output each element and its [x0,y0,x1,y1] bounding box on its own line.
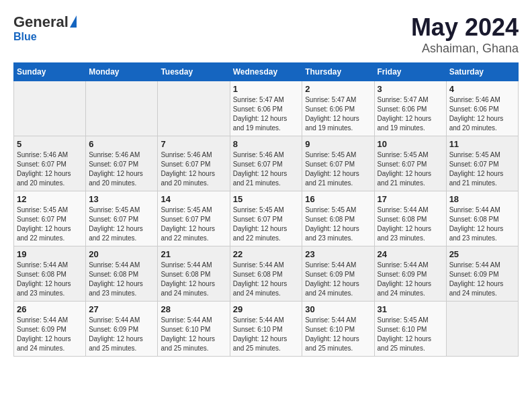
calendar-cell: 30Sunrise: 5:44 AM Sunset: 6:10 PM Dayli… [302,302,374,357]
day-info: Sunrise: 5:44 AM Sunset: 6:08 PM Dayligh… [161,261,226,298]
day-info: Sunrise: 5:46 AM Sunset: 6:07 PM Dayligh… [17,150,83,188]
day-info: Sunrise: 5:45 AM Sunset: 6:07 PM Dayligh… [161,205,226,243]
day-number: 16 [305,194,371,204]
day-info: Sunrise: 5:45 AM Sunset: 6:07 PM Dayligh… [305,150,371,188]
calendar-cell: 15Sunrise: 5:45 AM Sunset: 6:07 PM Dayli… [230,191,302,246]
calendar-week-row: 1Sunrise: 5:47 AM Sunset: 6:06 PM Daylig… [14,81,519,136]
logo-blue: Blue [13,31,37,43]
calendar-cell: 12Sunrise: 5:45 AM Sunset: 6:07 PM Dayli… [14,191,86,246]
calendar-cell: 8Sunrise: 5:46 AM Sunset: 6:07 PM Daylig… [230,136,302,191]
day-number: 2 [305,84,371,94]
calendar-cell [446,302,518,357]
calendar-table: SundayMondayTuesdayWednesdayThursdayFrid… [13,62,519,357]
calendar-cell: 10Sunrise: 5:45 AM Sunset: 6:07 PM Dayli… [374,136,446,191]
day-info: Sunrise: 5:45 AM Sunset: 6:07 PM Dayligh… [449,150,515,188]
calendar-cell: 13Sunrise: 5:45 AM Sunset: 6:07 PM Dayli… [86,191,158,246]
day-number: 14 [161,194,226,204]
day-info: Sunrise: 5:44 AM Sunset: 6:09 PM Dayligh… [449,261,515,298]
day-number: 23 [305,249,371,259]
day-info: Sunrise: 5:44 AM Sunset: 6:09 PM Dayligh… [378,261,443,298]
day-info: Sunrise: 5:47 AM Sunset: 6:06 PM Dayligh… [233,95,300,133]
day-info: Sunrise: 5:44 AM Sunset: 6:08 PM Dayligh… [233,261,300,298]
weekday-header-wednesday: Wednesday [230,63,302,81]
calendar-cell [158,81,230,136]
day-number: 10 [378,139,443,149]
title-area: May 2024 Ashaiman, Ghana [411,13,519,56]
day-info: Sunrise: 5:44 AM Sunset: 6:08 PM Dayligh… [378,205,443,243]
calendar-cell: 17Sunrise: 5:44 AM Sunset: 6:08 PM Dayli… [374,191,446,246]
calendar-body: 1Sunrise: 5:47 AM Sunset: 6:06 PM Daylig… [14,81,519,357]
weekday-header-saturday: Saturday [446,63,518,81]
calendar-header: SundayMondayTuesdayWednesdayThursdayFrid… [14,63,519,81]
page-title: May 2024 [411,13,519,42]
calendar-cell: 5Sunrise: 5:46 AM Sunset: 6:07 PM Daylig… [14,136,86,191]
page-header: General Blue May 2024 Ashaiman, Ghana [13,13,519,56]
calendar-cell: 18Sunrise: 5:44 AM Sunset: 6:08 PM Dayli… [446,191,518,246]
calendar-cell [86,81,158,136]
day-info: Sunrise: 5:47 AM Sunset: 6:06 PM Dayligh… [305,95,371,133]
calendar-cell: 2Sunrise: 5:47 AM Sunset: 6:06 PM Daylig… [302,81,374,136]
day-info: Sunrise: 5:47 AM Sunset: 6:06 PM Dayligh… [378,95,443,133]
day-info: Sunrise: 5:44 AM Sunset: 6:08 PM Dayligh… [17,261,83,298]
calendar-cell: 14Sunrise: 5:45 AM Sunset: 6:07 PM Dayli… [158,191,230,246]
calendar-cell: 23Sunrise: 5:44 AM Sunset: 6:09 PM Dayli… [302,246,374,302]
calendar-cell: 4Sunrise: 5:46 AM Sunset: 6:06 PM Daylig… [446,81,518,136]
day-number: 21 [161,249,226,259]
day-info: Sunrise: 5:46 AM Sunset: 6:06 PM Dayligh… [449,95,515,133]
calendar-week-row: 12Sunrise: 5:45 AM Sunset: 6:07 PM Dayli… [14,191,519,246]
day-number: 28 [161,304,226,314]
day-info: Sunrise: 5:46 AM Sunset: 6:07 PM Dayligh… [233,150,300,188]
calendar-cell: 7Sunrise: 5:46 AM Sunset: 6:07 PM Daylig… [158,136,230,191]
day-number: 25 [449,249,515,259]
calendar-cell: 25Sunrise: 5:44 AM Sunset: 6:09 PM Dayli… [446,246,518,302]
calendar-week-row: 26Sunrise: 5:44 AM Sunset: 6:09 PM Dayli… [14,302,519,357]
day-number: 17 [378,194,443,204]
day-info: Sunrise: 5:45 AM Sunset: 6:10 PM Dayligh… [378,316,443,353]
calendar-cell: 28Sunrise: 5:44 AM Sunset: 6:10 PM Dayli… [158,302,230,357]
day-number: 13 [89,194,154,204]
calendar-cell: 26Sunrise: 5:44 AM Sunset: 6:09 PM Dayli… [14,302,86,357]
weekday-header-row: SundayMondayTuesdayWednesdayThursdayFrid… [14,63,519,81]
weekday-header-tuesday: Tuesday [158,63,230,81]
logo-triangle-icon [70,15,77,28]
calendar-cell: 1Sunrise: 5:47 AM Sunset: 6:06 PM Daylig… [230,81,302,136]
calendar-week-row: 5Sunrise: 5:46 AM Sunset: 6:07 PM Daylig… [14,136,519,191]
day-info: Sunrise: 5:46 AM Sunset: 6:07 PM Dayligh… [161,150,226,188]
day-number: 26 [17,304,83,314]
day-info: Sunrise: 5:44 AM Sunset: 6:09 PM Dayligh… [305,261,371,298]
day-number: 6 [89,139,154,149]
day-info: Sunrise: 5:45 AM Sunset: 6:07 PM Dayligh… [89,205,154,243]
day-number: 22 [233,249,300,259]
day-number: 18 [449,194,515,204]
day-number: 31 [378,304,443,314]
day-number: 29 [233,304,300,314]
day-number: 3 [378,84,443,94]
day-number: 4 [449,84,515,94]
logo: General Blue [13,13,77,43]
day-number: 7 [161,139,226,149]
calendar-cell: 19Sunrise: 5:44 AM Sunset: 6:08 PM Dayli… [14,246,86,302]
calendar-week-row: 19Sunrise: 5:44 AM Sunset: 6:08 PM Dayli… [14,246,519,302]
day-info: Sunrise: 5:45 AM Sunset: 6:07 PM Dayligh… [17,205,83,243]
day-number: 5 [17,139,83,149]
day-number: 1 [233,84,300,94]
day-number: 30 [305,304,371,314]
day-info: Sunrise: 5:45 AM Sunset: 6:07 PM Dayligh… [378,150,443,188]
day-info: Sunrise: 5:44 AM Sunset: 6:10 PM Dayligh… [305,316,371,353]
calendar-cell: 3Sunrise: 5:47 AM Sunset: 6:06 PM Daylig… [374,81,446,136]
logo-general: General [13,13,69,31]
day-info: Sunrise: 5:45 AM Sunset: 6:08 PM Dayligh… [305,205,371,243]
calendar-cell: 29Sunrise: 5:44 AM Sunset: 6:10 PM Dayli… [230,302,302,357]
calendar-cell: 27Sunrise: 5:44 AM Sunset: 6:09 PM Dayli… [86,302,158,357]
calendar-cell: 6Sunrise: 5:46 AM Sunset: 6:07 PM Daylig… [86,136,158,191]
day-number: 24 [378,249,443,259]
day-number: 9 [305,139,371,149]
weekday-header-thursday: Thursday [302,63,374,81]
calendar-cell [14,81,86,136]
calendar-cell: 22Sunrise: 5:44 AM Sunset: 6:08 PM Dayli… [230,246,302,302]
day-info: Sunrise: 5:46 AM Sunset: 6:07 PM Dayligh… [89,150,154,188]
day-number: 20 [89,249,154,259]
calendar-cell: 21Sunrise: 5:44 AM Sunset: 6:08 PM Dayli… [158,246,230,302]
weekday-header-sunday: Sunday [14,63,86,81]
calendar-cell: 11Sunrise: 5:45 AM Sunset: 6:07 PM Dayli… [446,136,518,191]
